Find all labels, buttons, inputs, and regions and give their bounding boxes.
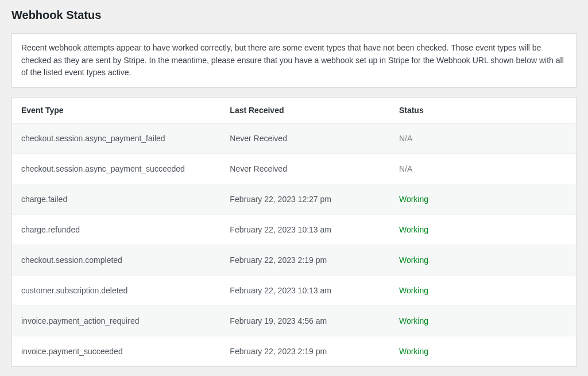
cell-status: N/A xyxy=(390,154,576,184)
webhook-status-table-container: Event Type Last Received Status checkout… xyxy=(11,97,577,367)
page-wrap: Webhook Status Recent webhook attempts a… xyxy=(0,0,588,376)
cell-event-type: charge.failed xyxy=(12,184,220,215)
cell-event-type: customer.subscription.deleted xyxy=(12,276,220,306)
cell-status: Working xyxy=(390,215,576,245)
table-row: checkout.session.async_payment_failedNev… xyxy=(12,123,576,154)
table-row: customer.subscription.deletedFebruary 22… xyxy=(12,276,576,306)
table-row: invoice.payment_action_requiredFebruary … xyxy=(12,306,576,336)
cell-last-received: February 22, 2023 12:27 pm xyxy=(220,184,390,215)
cell-event-type: invoice.payment_action_required xyxy=(12,306,220,336)
cell-status: Working xyxy=(390,306,576,336)
cell-last-received: February 19, 2023 4:56 am xyxy=(220,306,390,336)
cell-event-type: invoice.payment_succeeded xyxy=(12,336,220,367)
cell-last-received: February 22, 2023 2:19 pm xyxy=(220,245,390,276)
table-header-row: Event Type Last Received Status xyxy=(12,98,576,123)
page-title: Webhook Status xyxy=(11,6,577,22)
cell-last-received: Never Received xyxy=(220,154,390,184)
cell-last-received: February 22, 2023 10:13 am xyxy=(220,215,390,245)
info-message-box: Recent webhook attempts appear to have w… xyxy=(11,33,577,88)
cell-status: Working xyxy=(390,245,576,276)
cell-event-type: checkout.session.async_payment_failed xyxy=(12,123,220,154)
table-row: checkout.session.async_payment_succeeded… xyxy=(12,154,576,184)
cell-status: N/A xyxy=(390,123,576,154)
cell-status: Working xyxy=(390,336,576,367)
header-status: Status xyxy=(390,98,576,123)
cell-last-received: February 22, 2023 2:19 pm xyxy=(220,336,390,367)
table-row: charge.refundedFebruary 22, 2023 10:13 a… xyxy=(12,215,576,245)
cell-last-received: February 22, 2023 10:13 am xyxy=(220,276,390,306)
cell-event-type: checkout.session.async_payment_succeeded xyxy=(12,154,220,184)
info-message-text: Recent webhook attempts appear to have w… xyxy=(21,43,564,77)
cell-status: Working xyxy=(390,184,576,215)
table-row: invoice.payment_succeededFebruary 22, 20… xyxy=(12,336,576,367)
table-row: charge.failedFebruary 22, 2023 12:27 pmW… xyxy=(12,184,576,215)
cell-last-received: Never Received xyxy=(220,123,390,154)
table-row: checkout.session.completedFebruary 22, 2… xyxy=(12,245,576,276)
header-last-received: Last Received xyxy=(220,98,390,123)
webhook-status-table: Event Type Last Received Status checkout… xyxy=(12,98,576,366)
header-event-type: Event Type xyxy=(12,98,220,123)
cell-event-type: charge.refunded xyxy=(12,215,220,245)
cell-event-type: checkout.session.completed xyxy=(12,245,220,276)
cell-status: Working xyxy=(390,276,576,306)
